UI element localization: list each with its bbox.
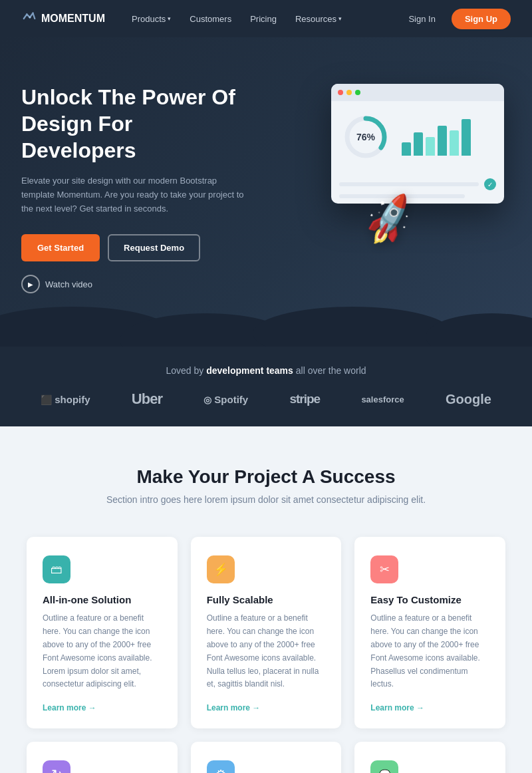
- hero-left: Unlock The Power Of Design For Developer…: [21, 77, 247, 293]
- bar-1: [402, 142, 411, 156]
- logo-spotify: ◎ Spotify: [203, 394, 248, 405]
- logo-google: Google: [446, 392, 491, 407]
- feature-card-easy-customize: ✂ Easy To Customize Outline a feature or…: [354, 537, 505, 728]
- feature-title-2: Easy To Customize: [370, 594, 489, 605]
- browser-bar: [331, 84, 504, 101]
- feature-desc-0: Outline a feature or a benefit here. You…: [43, 612, 162, 691]
- feature-card-supported: 💬 Fully Supported Outline a feature or a…: [354, 742, 505, 773]
- feature-card-all-in-one: 🗃 All-in-one Solution Outline a feature …: [27, 537, 178, 728]
- nav-links: Products ▾ Customers Pricing Resources ▾: [124, 9, 400, 29]
- feature-card-fully-scalable: ⚡ Fully Scalable Outline a feature or a …: [191, 537, 342, 728]
- svg-point-2: [32, 12, 34, 14]
- chevron-down-icon: ▾: [338, 15, 342, 22]
- chevron-down-icon: ▾: [168, 15, 171, 22]
- logo-shopify: ⬛ shopify: [41, 394, 90, 405]
- feature-icon-streamline: ↻: [43, 760, 70, 773]
- trusted-text: Loved by development teams all over the …: [27, 365, 505, 376]
- hero-section: Unlock The Power Of Design For Developer…: [0, 37, 532, 347]
- checkmark-icon: ✓: [484, 178, 496, 190]
- gauge-value: 76%: [356, 132, 375, 142]
- nav-customers[interactable]: Customers: [182, 9, 239, 29]
- feature-icon-supported: 💬: [370, 760, 398, 773]
- feature-card-streamline: ↻ Streamline Process Outline a feature o…: [27, 742, 178, 773]
- bar-4: [438, 126, 447, 156]
- hero-bottom-decoration: [0, 307, 532, 347]
- bar-2: [414, 132, 423, 156]
- dot-red: [338, 90, 343, 95]
- svg-point-0: [26, 13, 28, 15]
- features-section: Make Your Project A Success Section intr…: [0, 426, 532, 773]
- browser-mockup: 76%: [331, 84, 504, 204]
- feature-title-0: All-in-one Solution: [43, 594, 162, 605]
- get-started-button[interactable]: Get Started: [21, 234, 100, 261]
- dot-yellow: [346, 90, 352, 95]
- nav-products[interactable]: Products ▾: [124, 9, 179, 29]
- trusted-section: Loved by development teams all over the …: [0, 347, 532, 426]
- watch-video-button[interactable]: ▶ Watch video: [21, 275, 247, 293]
- feature-card-integration: ⚙ Effortless Integration Outline a featu…: [191, 742, 342, 773]
- hero-subtitle: Elevate your site design with our modern…: [21, 174, 247, 216]
- feature-icon-all-in-one: 🗃: [43, 555, 70, 583]
- svg-point-1: [29, 17, 31, 19]
- features-title: Make Your Project A Success: [27, 466, 505, 488]
- nav-pricing[interactable]: Pricing: [242, 9, 285, 29]
- logo-stripe: stripe: [289, 392, 320, 406]
- bar-chart: [402, 119, 496, 156]
- learn-more-2[interactable]: Learn more →: [370, 703, 489, 712]
- dot-green: [355, 90, 360, 95]
- learn-more-1[interactable]: Learn more →: [207, 703, 326, 712]
- logos-row: ⬛ shopify Uber ◎ Spotify stripe salesfor…: [27, 390, 505, 408]
- features-grid: 🗃 All-in-one Solution Outline a feature …: [27, 537, 505, 773]
- logo-salesforce: salesforce: [361, 394, 404, 404]
- nav-resources[interactable]: Resources ▾: [287, 9, 350, 29]
- logo-icon: [21, 11, 37, 27]
- logo-uber: Uber: [132, 390, 162, 408]
- logo[interactable]: MOMENTUM: [21, 11, 105, 27]
- feature-title-1: Fully Scalable: [207, 594, 326, 605]
- content-lines: ✓: [331, 173, 504, 204]
- feature-icon-fully-scalable: ⚡: [207, 555, 235, 583]
- hero-title: Unlock The Power Of Design For Developer…: [21, 84, 247, 164]
- feature-icon-easy-customize: ✂: [370, 555, 398, 583]
- play-icon: ▶: [21, 275, 40, 293]
- bar-3: [426, 137, 435, 156]
- feature-desc-2: Outline a feature or a benefit here. You…: [370, 612, 489, 691]
- hero-buttons: Get Started Request Demo: [21, 234, 247, 261]
- bar-6: [462, 119, 471, 156]
- hero-illustration: 76%: [311, 77, 511, 250]
- signin-button[interactable]: Sign In: [400, 10, 443, 28]
- navbar-right: Sign In Sign Up: [400, 9, 511, 29]
- bar-5: [450, 130, 459, 156]
- feature-desc-1: Outline a feature or a benefit here. You…: [207, 612, 326, 691]
- logo-text: MOMENTUM: [41, 13, 105, 25]
- request-demo-button[interactable]: Request Demo: [108, 234, 200, 261]
- signup-button[interactable]: Sign Up: [452, 9, 511, 29]
- navbar: MOMENTUM Products ▾ Customers Pricing Re…: [0, 0, 532, 37]
- bar-chart-area: [402, 119, 496, 156]
- features-subtitle: Section intro goes here lorem ipsum dolo…: [27, 494, 505, 505]
- learn-more-0[interactable]: Learn more →: [43, 703, 162, 712]
- gauge-chart: 76%: [339, 110, 392, 164]
- feature-icon-integration: ⚙: [207, 760, 235, 773]
